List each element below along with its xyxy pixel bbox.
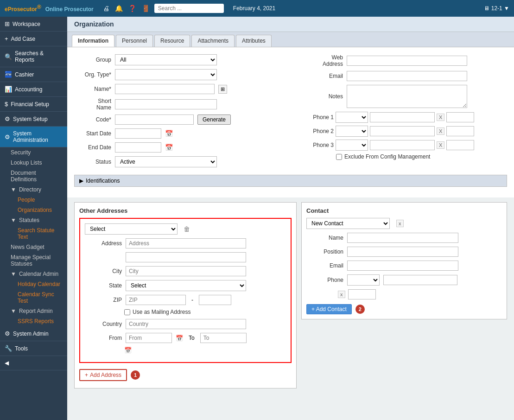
mailing-checkbox-label[interactable]: Use as Mailing Address <box>124 309 190 315</box>
tab-personnel[interactable]: Personnel <box>116 35 153 47</box>
help-icon[interactable]: ❓ <box>128 5 136 12</box>
sidebar-item-lookup-lists[interactable]: Lookup Lists <box>7 158 67 168</box>
phone1-type-select[interactable] <box>336 112 368 123</box>
web-address-input[interactable] <box>347 56 467 66</box>
phone2-type-select[interactable] <box>336 126 368 137</box>
phone1-input[interactable] <box>370 112 435 122</box>
from-input[interactable] <box>126 333 172 343</box>
app-title: eProsecutor® Online Prosecutor <box>5 4 94 13</box>
notes-textarea[interactable] <box>347 85 467 108</box>
zip-input[interactable] <box>126 295 186 305</box>
sidebar-collapse-btn[interactable]: ◀ <box>0 356 67 370</box>
zip-ext-input[interactable] <box>199 295 231 305</box>
sidebar-item-workspace[interactable]: ⊞ Workspace <box>0 17 67 32</box>
address-type-select[interactable]: Select <box>85 223 178 235</box>
city-label: City <box>85 268 122 274</box>
add-address-button[interactable]: + Add Address <box>79 369 127 381</box>
phone3-ext-input[interactable] <box>446 140 474 150</box>
sidebar-item-cashier[interactable]: 🏧 Cashier <box>0 67 67 82</box>
org-type-select[interactable] <box>115 69 217 80</box>
contact-phone-ext-input[interactable] <box>348 289 376 299</box>
generate-button[interactable]: Generate <box>197 115 231 125</box>
sidebar-item-system-setup[interactable]: ⚙ System Setup <box>0 112 67 127</box>
new-contact-select[interactable]: New Contact <box>306 218 390 229</box>
start-date-calendar-icon[interactable]: 📅 <box>165 130 173 137</box>
sidebar-item-document-definitions[interactable]: Document Definitions <box>7 168 67 185</box>
end-date-calendar-icon[interactable]: 📅 <box>165 144 173 151</box>
add-address-row: + Add Address 1 <box>79 367 292 383</box>
sidebar-item-accounting[interactable]: 📊 Accounting <box>0 82 67 97</box>
tab-attributes[interactable]: Attributes <box>236 35 272 47</box>
logout-icon[interactable]: 🚪 <box>142 5 150 12</box>
tab-attachments[interactable]: Attachments <box>191 35 235 47</box>
sidebar-item-manage-statuses[interactable]: Manage Special Statuses <box>7 252 67 269</box>
country-input[interactable] <box>126 319 246 329</box>
contact-phone-clear-btn[interactable]: x <box>338 291 345 298</box>
contact-name-input[interactable] <box>347 233 458 243</box>
identifications-expand-icon: ▶ <box>79 178 83 184</box>
print-icon[interactable]: 🖨 <box>103 5 109 12</box>
add-contact-button[interactable]: + Add Contact <box>306 304 352 314</box>
tab-information[interactable]: Information <box>72 35 114 47</box>
address-delete-icon[interactable]: 🗑 <box>184 225 190 233</box>
state-select[interactable]: Select <box>126 280 246 291</box>
workspace-icon: ⊞ <box>5 20 10 27</box>
phone3-input[interactable] <box>370 140 435 150</box>
start-date-row: Start Date 📅 <box>74 128 297 139</box>
phone2-clear-btn[interactable]: X <box>437 127 444 135</box>
short-name-input[interactable] <box>115 99 217 109</box>
phone1-ext-input[interactable] <box>446 112 474 122</box>
sidebar-item-financial-setup[interactable]: $ Financial Setup <box>0 97 67 112</box>
short-name-label: ShortName <box>74 98 111 111</box>
sidebar-item-tools[interactable]: 🔧 Tools <box>0 341 67 356</box>
sidebar-item-add-case[interactable]: + Add Case <box>0 32 67 46</box>
exclude-checkbox-label[interactable]: Exclude From Config Management <box>336 153 430 160</box>
sidebar-item-system-admin-bottom[interactable]: ⚙ System Admin <box>0 326 67 341</box>
address-line2-input[interactable] <box>126 252 246 262</box>
exclude-checkbox[interactable] <box>336 154 342 160</box>
identifications-section-header[interactable]: ▶ Identifications <box>74 175 507 187</box>
end-date-input[interactable] <box>115 142 161 153</box>
to-input[interactable] <box>200 333 247 343</box>
sidebar-item-search-statute[interactable]: Search Statute Text <box>14 225 67 242</box>
contact-phone-input[interactable] <box>383 275 457 285</box>
sidebar-item-system-administration[interactable]: ⚙ System Administration <box>0 127 67 147</box>
sidebar-item-ssrs-reports[interactable]: SSRS Reports <box>14 316 67 326</box>
code-input[interactable] <box>115 115 194 125</box>
tab-resource[interactable]: Resource <box>154 35 190 47</box>
phone2-ext-input[interactable] <box>446 126 474 136</box>
sidebar-item-searches[interactable]: 🔍 Searches & Reports <box>0 46 67 67</box>
city-input[interactable] <box>126 266 246 276</box>
chevron-down-icon[interactable]: ▼ <box>504 5 509 12</box>
expand-icon4: ▼ <box>11 308 16 314</box>
status-select[interactable]: Active <box>115 156 217 167</box>
sidebar-item-report-admin[interactable]: ▼ Report Admin <box>7 306 67 316</box>
group-select[interactable]: All <box>115 54 217 65</box>
sidebar-item-news-gadget[interactable]: News Gadget <box>7 242 67 252</box>
sidebar-item-organizations[interactable]: Organizations <box>14 205 67 215</box>
sidebar-item-statutes[interactable]: ▼ Statutes <box>7 215 67 225</box>
start-date-input[interactable] <box>115 128 161 139</box>
name-input[interactable] <box>115 84 215 94</box>
to-calendar-icon[interactable]: 📅 <box>124 347 132 354</box>
contact-email-input[interactable] <box>347 261 458 271</box>
sidebar-item-calendar-sync[interactable]: Calendar Sync Test <box>14 289 67 306</box>
mailing-checkbox[interactable] <box>124 309 130 315</box>
phone2-input[interactable] <box>370 126 435 136</box>
email-input[interactable] <box>347 71 467 81</box>
phone3-type-select[interactable] <box>336 140 368 151</box>
phone1-clear-btn[interactable]: X <box>437 114 444 121</box>
sidebar-item-people[interactable]: People <box>14 195 67 205</box>
sidebar-item-security[interactable]: Security <box>7 147 67 158</box>
from-calendar-icon[interactable]: 📅 <box>176 335 183 342</box>
phone3-clear-btn[interactable]: X <box>437 141 444 149</box>
sidebar-item-calendar-admin[interactable]: ▼ Calendar Admin <box>7 269 67 279</box>
search-input[interactable] <box>154 4 224 13</box>
contact-phone-type-select[interactable] <box>347 274 380 286</box>
sidebar-item-directory[interactable]: ▼ Directory <box>7 185 67 195</box>
contact-clear-btn[interactable]: x <box>396 220 404 227</box>
sidebar-item-holiday-calendar[interactable]: Holiday Calendar <box>14 279 67 289</box>
address-line1-input[interactable] <box>126 238 246 248</box>
bell-icon[interactable]: 🔔 <box>115 5 123 12</box>
contact-position-input[interactable] <box>347 247 458 257</box>
